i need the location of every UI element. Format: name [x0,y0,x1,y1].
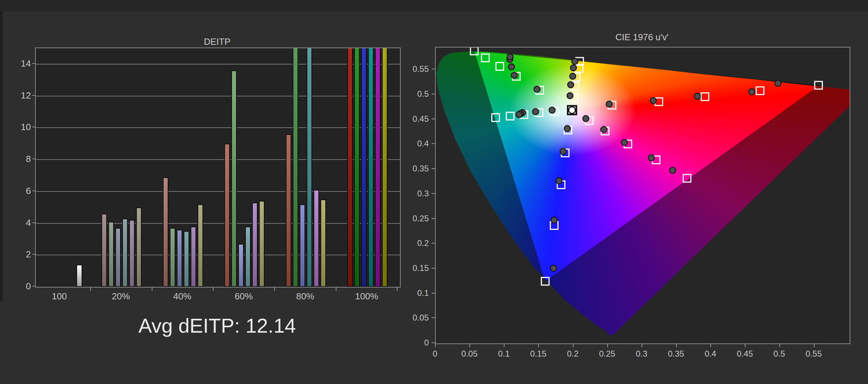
y-axis-tick [32,127,35,127]
gridline-14 [36,64,400,65]
cie-y-tick [432,94,435,94]
bar-100%-magenta [375,48,381,287]
bar-20%-cyan [122,219,128,287]
cie-y-label-0.25: 0.25 [404,214,429,223]
cie-x-label-0.3: 0.3 [626,349,657,359]
cie-y-label-0.1: 0.1 [404,288,429,298]
cie-x-tick [538,343,539,347]
cie-y-tick [432,143,435,144]
x-axis-label-20%: 20% [93,291,149,302]
bar-60%-cyan [245,227,251,287]
bar-20%-green [108,222,114,287]
measurement-dot-red-20 [606,101,612,107]
cie-y-tick [432,317,435,318]
cie-y-tick [432,268,435,268]
cie-y-tick [432,342,435,343]
bar-60%-magenta [252,203,258,287]
measurement-dot-red-60 [694,93,701,100]
cie-x-tick [814,343,815,347]
cie-x-label-0.35: 0.35 [660,349,692,359]
cie-y-tick [432,69,435,69]
y-axis-tick [32,63,35,64]
cie-x-tick [573,343,574,347]
measurement-dot-magenta-60 [621,139,628,146]
bar-80%-red [286,134,291,287]
bar-20%-magenta [129,220,135,287]
cie-y-label-0.35: 0.35 [404,164,429,173]
measurement-dot-yellow-60 [570,73,576,79]
cie-x-label-0.2: 0.2 [557,349,589,359]
bar-80%-yellow [320,199,326,287]
target-square-green-60 [496,62,503,70]
gridline-4 [36,223,400,224]
window-left-band [0,11,3,301]
window-top-band [0,0,868,11]
measurement-dot-blue-20 [564,126,570,132]
y-axis-tick [32,159,35,159]
cie-x-tick [504,343,504,347]
measurement-dot-blue-60 [556,178,562,184]
cie-y-label-0.3: 0.3 [404,189,429,198]
measurement-dot-blue-80 [551,217,557,223]
bar-40%-magenta [191,227,196,287]
measurement-dot-green-40 [511,72,517,78]
y-axis-label-0: 0 [10,281,31,292]
cie-chart-title: CIE 1976 u'v' [435,32,849,43]
bar-20%-blue [115,228,121,287]
cie-x-label-0.1: 0.1 [488,349,519,359]
bar-100%-green [354,48,360,287]
x-axis-tick [274,287,275,291]
bar-80%-green [293,48,298,287]
cie-x-tick [745,343,745,347]
deitp-plot-area [35,48,401,288]
bar-20%-yellow [136,207,142,287]
measurement-dot-blue-100 [550,265,557,272]
cie-y-tick [432,293,435,293]
cie-y-label-0.45: 0.45 [404,114,429,124]
cie-x-label-0.4: 0.4 [695,349,726,359]
bar-20%-red [101,214,107,287]
x-axis-label-100: 100 [32,291,87,302]
cie-x-label-0.55: 0.55 [798,349,829,359]
bar-60%-green [231,70,237,287]
bar-60%-yellow [259,201,265,287]
x-axis-tick [90,287,91,291]
cie-x-tick [779,343,780,347]
measurement-dot-green-100 [507,54,513,60]
cie-x-label-0.15: 0.15 [523,349,554,359]
cie-y-label-0.5: 0.5 [404,89,429,99]
measurement-dot-green-20 [534,86,540,92]
measurement-dot-cyan-20 [549,107,555,113]
cie-x-tick [710,343,711,347]
bar-80%-magenta [314,190,319,287]
y-axis-label-2: 2 [10,249,31,260]
cie-y-label-0.15: 0.15 [404,263,429,273]
bar-100%-yellow [382,48,387,287]
bar-60%-blue [238,244,244,287]
cie-markers-layer [436,48,850,343]
measurement-dot-blue-40 [560,148,566,155]
measurement-dot-red-100 [775,80,781,86]
cie-x-tick [676,343,677,347]
bar-40%-green [170,228,175,287]
x-axis-tick [336,287,336,291]
y-axis-label-6: 6 [10,186,31,196]
gridline-6 [36,191,400,192]
y-axis-tick [32,222,35,223]
cie-y-label-0.2: 0.2 [404,238,429,248]
x-axis-tick [152,287,152,291]
measurement-dot-yellow-100 [572,58,578,65]
cie-x-tick [469,343,470,347]
measurement-dot-magenta-100 [669,167,676,173]
y-axis-label-14: 14 [10,58,31,69]
y-axis-label-10: 10 [10,122,31,133]
bar-80%-cyan [307,48,312,287]
cie-x-label-0.25: 0.25 [592,349,623,359]
measurement-dot-yellow-80 [570,65,577,71]
gridline-10 [36,127,400,128]
cie-y-label-0.55: 0.55 [404,64,429,74]
cie-x-tick [435,343,436,347]
bar-100-white [76,265,82,287]
cie-y-tick [432,168,435,169]
bar-80%-blue [300,204,305,287]
